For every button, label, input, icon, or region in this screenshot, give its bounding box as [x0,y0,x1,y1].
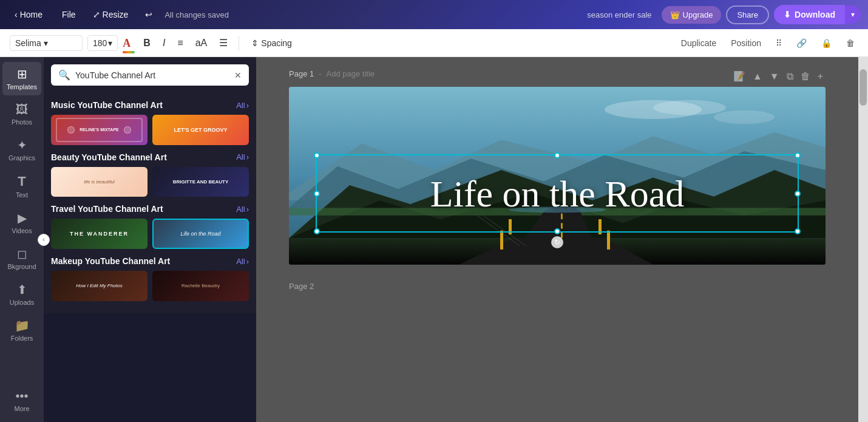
section-header-music: Music YouTube Channel Art All › [51,100,249,110]
download-group: ⬇ Download ▾ [774,5,861,24]
home-chevron: ‹ [15,10,18,19]
page-add-button[interactable]: + [815,70,826,83]
handle-right-mid[interactable] [795,191,801,197]
sidebar-item-graphics[interactable]: ✦ Graphics [2,133,41,166]
beauty-1-text: life is beautiful [81,177,117,187]
videos-icon: ▶ [18,211,27,225]
page-down-button[interactable]: ▼ [767,70,782,83]
page1-label: Page 1 - Add page title [289,69,375,78]
canvas-main-text[interactable]: Life on the Road [430,172,684,215]
position-button[interactable]: Position [727,36,765,50]
page1-header: Page 1 - Add page title 📝 ▲ ▼ ⧉ 🗑 + [289,69,826,83]
handle-top-left[interactable] [314,152,320,158]
file-label: File [62,10,76,19]
sale-banner: season ender sale [587,10,651,19]
handle-bottom-right[interactable] [795,228,801,234]
beauty-section-title: Beauty YouTube Channel Art [51,152,167,162]
canvas-area[interactable]: Page 1 - Add page title 📝 ▲ ▼ ⧉ 🗑 + [256,57,858,422]
download-label: Download [795,10,835,19]
list-button[interactable]: ☰ [215,35,231,51]
upgrade-label: Upgrade [683,10,713,19]
share-button[interactable]: Share [726,5,769,24]
search-input[interactable] [75,70,229,80]
graphics-icon: ✦ [17,138,27,152]
sidebar-item-templates[interactable]: ⊞ Templates [2,62,41,95]
text-selection-box[interactable]: Life on the Road ↻ [316,154,799,233]
link-button[interactable]: 🔗 [793,36,810,50]
makeup-1-text: How I Edit My Photos [73,281,124,291]
download-chevron-button[interactable]: ▾ [845,5,861,24]
template-beauty-1[interactable]: life is beautiful [51,167,147,197]
template-makeup-1[interactable]: How I Edit My Photos [51,271,147,301]
template-music-1[interactable]: RELINE'S MIXTAPE [51,115,147,145]
font-name-display: Selima [15,38,41,48]
align-button[interactable]: ≡ [174,35,186,51]
duplicate-button[interactable]: Duplicate [677,36,720,50]
rotate-handle[interactable]: ↻ [551,236,563,248]
page-up-button[interactable]: ▲ [750,70,765,83]
templates-label: Templates [7,83,37,90]
download-button[interactable]: ⬇ Download [774,5,845,24]
autosave-status: All changes saved [164,10,229,19]
font-size-selector[interactable]: 180 ▾ [87,35,118,51]
sidebar-item-uploads[interactable]: ⬆ Uploads [2,277,41,311]
right-scrollbar[interactable] [858,57,868,422]
template-beauty-2[interactable]: BRIGITTE AND BEAUTY [152,167,249,197]
sidebar-item-videos[interactable]: ▶ Videos [2,206,41,239]
travel-all-button[interactable]: All › [236,205,249,214]
page-copy-button[interactable]: ⧉ [784,70,796,83]
sidebar-item-photos[interactable]: 🖼 Photos [2,98,41,131]
music-1-text: RELINE'S MIXTAPE [80,128,119,132]
download-icon: ⬇ [784,10,791,19]
template-music-2[interactable]: LET'S GET GROOVY [152,115,249,145]
svg-rect-17 [500,231,503,250]
page-delete-button[interactable]: 🗑 [798,70,813,83]
transparency-button[interactable]: ⠿ [772,36,785,50]
panel-collapse-button[interactable]: ‹ [38,234,50,246]
sidebar-item-background[interactable]: ◻ Bkground [2,242,41,275]
handle-top-mid[interactable] [554,152,560,158]
template-travel-2[interactable]: Life on the Road [152,219,249,249]
home-button[interactable]: ‹ Home [7,6,50,23]
more-icon: ••• [15,389,28,403]
home-label: Home [20,10,42,19]
file-button[interactable]: File [55,6,83,23]
case-button[interactable]: aA [192,35,211,51]
undo-button[interactable]: ↩ [138,6,160,23]
upgrade-button[interactable]: 👑 Upgrade [662,6,722,24]
template-travel-1[interactable]: THE WANDERER [51,219,147,249]
svg-point-2 [653,100,726,115]
search-clear-button[interactable]: ✕ [234,70,242,80]
handle-left-mid[interactable] [314,191,320,197]
search-bar: 🔍 ✕ [51,64,249,86]
makeup-2-text: Rachelle Beaudry [179,281,222,291]
toolbar-separator-1 [239,36,239,50]
font-chevron-icon: ▾ [44,38,48,48]
page-notes-button[interactable]: 📝 [731,69,748,83]
beauty-all-button[interactable]: All › [236,152,249,162]
scroll-thumb[interactable] [860,69,867,106]
chevron-right-icon-3: › [246,205,249,214]
sidebar-item-text[interactable]: T Text [2,169,41,203]
undo-icon: ↩ [145,10,152,19]
search-icon: 🔍 [58,69,70,81]
makeup-all-button[interactable]: All › [236,257,249,266]
page1-title-input[interactable]: Add page title [327,69,375,78]
canvas-page-1[interactable]: Life on the Road ↻ [289,87,826,265]
sidebar-item-more[interactable]: ••• More [2,384,41,417]
template-makeup-2[interactable]: Rachelle Beaudry [152,271,249,301]
font-selector[interactable]: Selima ▾ [10,35,83,51]
delete-button[interactable]: 🗑 [843,36,858,50]
music-all-button[interactable]: All › [236,101,249,110]
resize-button[interactable]: ⤢ Resize [88,6,134,23]
text-color-button[interactable]: A [123,37,135,49]
sidebar-item-folders[interactable]: 📁 Folders [2,313,41,347]
bold-button[interactable]: B [140,35,154,51]
handle-bottom-mid[interactable] [554,228,560,234]
page1-number: Page 1 [289,69,314,78]
lock-button[interactable]: 🔒 [818,36,835,50]
spacing-button[interactable]: ⇕ Spacing [246,36,297,50]
share-label: Share [737,10,758,19]
section-header-beauty: Beauty YouTube Channel Art All › [51,152,249,162]
italic-button[interactable]: I [159,35,169,51]
